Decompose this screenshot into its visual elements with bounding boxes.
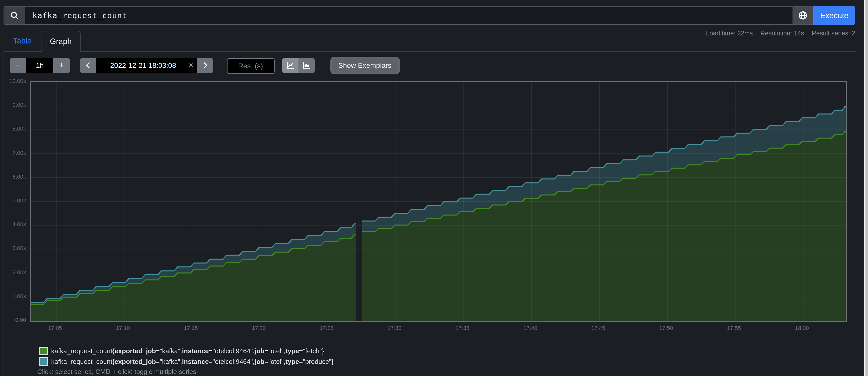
- y-axis-label: 7.00k: [4, 149, 26, 156]
- search-addon: [4, 7, 25, 24]
- query-stats: Load time: 22ms Resolution: 14s Result s…: [706, 30, 856, 37]
- legend-hint: Click: select series, CMD + click: toggl…: [37, 368, 196, 375]
- stacked-chart-icon: [303, 61, 311, 69]
- prometheus-graph-page: Execute Load time: 22ms Resolution: 14s …: [0, 0, 868, 376]
- decrease-range-button[interactable]: −: [10, 58, 26, 73]
- stacked-area-chart[interactable]: [31, 82, 845, 321]
- chart-type-toggle: [282, 58, 315, 73]
- x-axis-label: 17:10: [110, 325, 135, 331]
- resolution-input[interactable]: [227, 58, 274, 74]
- y-axis-label: 4.00k: [4, 221, 26, 227]
- increase-range-button[interactable]: +: [53, 58, 70, 73]
- load-time: Load time: 22ms: [706, 30, 753, 37]
- datetime-control: 2022-12-21 18:03:08 ✕: [80, 58, 213, 73]
- show-exemplars-button[interactable]: Show Exemplars: [332, 58, 398, 73]
- query-input-group: [4, 6, 793, 25]
- graph-panel: − + 2022-12-21 18:03:08 ✕: [3, 51, 856, 376]
- page-scrollbar[interactable]: [864, 0, 868, 376]
- x-axis-label: 17:05: [42, 325, 68, 331]
- datetime-value: 2022-12-21 18:03:08: [110, 61, 183, 69]
- scrollbar-thumb[interactable]: [865, 0, 868, 376]
- x-axis-label: 17:50: [653, 325, 679, 331]
- tab-graph[interactable]: Graph: [41, 31, 80, 52]
- resolution: Resolution: 14s: [760, 30, 804, 37]
- time-back-button[interactable]: [80, 58, 96, 73]
- y-axis-label: 0.00: [4, 317, 26, 323]
- plot-area[interactable]: [30, 81, 846, 322]
- x-axis-label: 17:45: [586, 325, 611, 331]
- chart-legend: kafka_request_count{exported_job="kafka"…: [39, 346, 334, 367]
- line-chart-icon: [286, 61, 294, 69]
- y-axis-label: 1.00k: [4, 293, 26, 299]
- legend-item[interactable]: kafka_request_count{exported_job="kafka"…: [39, 346, 334, 356]
- execute-button[interactable]: Execute: [813, 6, 855, 25]
- y-axis-label: 2.00k: [4, 269, 26, 275]
- x-axis-label: 17:25: [314, 325, 339, 331]
- globe-icon: [798, 11, 808, 20]
- search-icon: [10, 11, 19, 20]
- legend-swatch: [39, 347, 48, 355]
- x-axis-label: 18:00: [789, 325, 814, 331]
- chevron-right-icon: [202, 62, 208, 69]
- range-input[interactable]: [26, 58, 53, 73]
- timezone-globe-button[interactable]: [793, 6, 813, 25]
- chevron-left-icon: [85, 62, 91, 69]
- time-forward-button[interactable]: [197, 58, 213, 73]
- panel-tabs: Table Graph: [3, 31, 80, 51]
- query-bar: Execute: [4, 6, 855, 25]
- duration-control: − +: [10, 58, 70, 73]
- x-axis-label: 17:30: [382, 325, 407, 331]
- tab-table[interactable]: Table: [3, 31, 41, 51]
- datetime-input[interactable]: 2022-12-21 18:03:08 ✕: [96, 58, 197, 73]
- x-axis-label: 17:15: [178, 325, 204, 331]
- clear-datetime-icon[interactable]: ✕: [188, 62, 193, 69]
- line-chart-button[interactable]: [282, 58, 299, 73]
- screenshot-stage: Execute Load time: 22ms Resolution: 14s …: [0, 0, 868, 376]
- result-series: Result series: 2: [812, 30, 855, 37]
- x-axis-label: 17:35: [450, 325, 475, 331]
- y-axis-label: 9.00k: [4, 102, 26, 108]
- x-axis-label: 17:40: [518, 325, 543, 331]
- y-axis-label: 5.00k: [4, 197, 26, 203]
- legend-swatch: [39, 357, 48, 366]
- y-axis-label: 8.00k: [4, 126, 26, 132]
- legend-item[interactable]: kafka_request_count{exported_job="kafka"…: [39, 356, 334, 367]
- stacked-chart-button[interactable]: [299, 58, 315, 73]
- query-expression-input[interactable]: [25, 7, 793, 24]
- y-axis-label: 6.00k: [4, 174, 26, 180]
- y-axis-label: 10.00k: [4, 78, 26, 84]
- y-axis-label: 3.00k: [4, 245, 26, 251]
- x-axis-label: 17:55: [721, 325, 747, 331]
- x-axis-label: 17:20: [246, 325, 271, 331]
